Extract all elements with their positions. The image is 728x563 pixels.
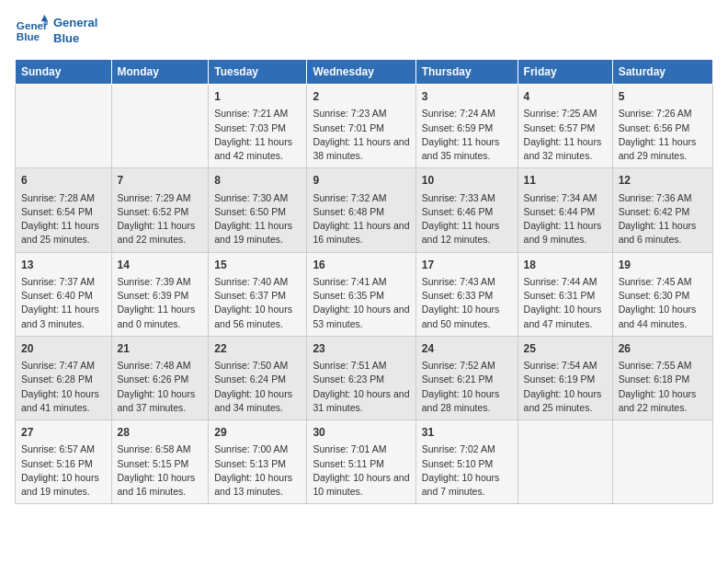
calendar-cell: 10Sunrise: 7:33 AMSunset: 6:46 PMDayligh…: [415, 168, 518, 252]
day-info: Daylight: 10 hours and 16 minutes.: [118, 471, 203, 499]
day-info: Daylight: 10 hours and 13 minutes.: [214, 471, 301, 499]
day-info: Sunset: 6:42 PM: [619, 205, 707, 219]
page-header: General Blue General Blue: [15, 15, 713, 48]
day-number: 27: [21, 425, 106, 441]
day-info: Sunrise: 7:40 AM: [214, 275, 301, 289]
day-number: 30: [313, 425, 409, 441]
calendar-cell: 16Sunrise: 7:41 AMSunset: 6:35 PMDayligh…: [307, 252, 415, 336]
day-info: Sunset: 6:44 PM: [524, 205, 607, 219]
day-info: Sunrise: 7:43 AM: [422, 275, 512, 289]
calendar-cell: 8Sunrise: 7:30 AMSunset: 6:50 PMDaylight…: [209, 168, 307, 252]
calendar-cell: 20Sunrise: 7:47 AMSunset: 6:28 PMDayligh…: [16, 336, 112, 419]
day-number: 25: [524, 341, 607, 357]
calendar-cell: 11Sunrise: 7:34 AMSunset: 6:44 PMDayligh…: [518, 168, 612, 252]
calendar-cell: 24Sunrise: 7:52 AMSunset: 6:21 PMDayligh…: [415, 336, 518, 419]
day-info: Sunset: 5:16 PM: [21, 457, 106, 471]
calendar-cell: 23Sunrise: 7:51 AMSunset: 6:23 PMDayligh…: [307, 336, 415, 419]
calendar-cell: 19Sunrise: 7:45 AMSunset: 6:30 PMDayligh…: [612, 252, 712, 336]
day-number: 17: [422, 258, 512, 273]
calendar-cell: 14Sunrise: 7:39 AMSunset: 6:39 PMDayligh…: [111, 252, 209, 336]
weekday-header-sunday: Sunday: [16, 60, 112, 85]
day-info: Daylight: 11 hours and 38 minutes.: [313, 135, 409, 163]
day-info: Sunrise: 7:24 AM: [422, 107, 512, 121]
day-number: 13: [21, 258, 106, 273]
calendar-cell: [111, 85, 209, 168]
day-info: Daylight: 10 hours and 19 minutes.: [21, 471, 106, 499]
day-info: Daylight: 10 hours and 28 minutes.: [422, 387, 512, 415]
day-info: Daylight: 11 hours and 3 minutes.: [21, 303, 106, 330]
calendar-cell: 5Sunrise: 7:26 AMSunset: 6:56 PMDaylight…: [612, 85, 712, 168]
day-number: 22: [214, 341, 301, 357]
day-info: Daylight: 11 hours and 16 minutes.: [313, 219, 409, 247]
day-info: Sunrise: 7:32 AM: [313, 191, 409, 205]
calendar-week-4: 20Sunrise: 7:47 AMSunset: 6:28 PMDayligh…: [16, 336, 713, 419]
calendar-cell: 13Sunrise: 7:37 AMSunset: 6:40 PMDayligh…: [16, 252, 112, 336]
calendar-cell: 21Sunrise: 7:48 AMSunset: 6:26 PMDayligh…: [111, 336, 209, 419]
day-info: Daylight: 10 hours and 31 minutes.: [313, 387, 409, 415]
day-number: 6: [21, 173, 106, 189]
day-info: Sunrise: 7:52 AM: [422, 359, 512, 373]
day-info: Sunrise: 7:51 AM: [313, 359, 409, 373]
day-info: Sunrise: 7:02 AM: [422, 442, 512, 456]
day-info: Sunrise: 7:34 AM: [524, 191, 607, 205]
weekday-header-thursday: Thursday: [415, 60, 518, 85]
logo-text: General Blue: [53, 16, 97, 47]
day-info: Daylight: 11 hours and 29 minutes.: [619, 135, 707, 163]
day-info: Daylight: 11 hours and 42 minutes.: [214, 135, 301, 163]
day-info: Sunrise: 7:37 AM: [21, 275, 106, 289]
calendar-week-1: 1Sunrise: 7:21 AMSunset: 7:03 PMDaylight…: [16, 85, 713, 168]
calendar-cell: 4Sunrise: 7:25 AMSunset: 6:57 PMDaylight…: [518, 85, 612, 168]
day-number: 26: [619, 341, 707, 357]
day-info: Sunrise: 7:01 AM: [313, 442, 409, 456]
day-info: Sunrise: 6:57 AM: [21, 442, 106, 456]
day-info: Sunset: 6:37 PM: [214, 289, 301, 303]
weekday-header-tuesday: Tuesday: [209, 60, 307, 85]
day-number: 9: [313, 173, 409, 189]
day-info: Sunrise: 6:58 AM: [118, 442, 203, 456]
calendar-cell: 22Sunrise: 7:50 AMSunset: 6:24 PMDayligh…: [209, 336, 307, 419]
day-info: Sunrise: 7:54 AM: [524, 359, 607, 373]
day-number: 29: [214, 425, 301, 441]
day-number: 14: [118, 258, 203, 273]
day-number: 3: [422, 89, 512, 105]
day-info: Daylight: 10 hours and 25 minutes.: [524, 387, 607, 415]
day-info: Daylight: 10 hours and 10 minutes.: [313, 471, 409, 499]
day-number: 20: [21, 341, 106, 357]
svg-text:Blue: Blue: [17, 30, 40, 42]
day-info: Sunset: 6:35 PM: [313, 289, 409, 303]
day-info: Sunset: 6:56 PM: [619, 121, 707, 135]
day-info: Sunset: 5:15 PM: [118, 457, 203, 471]
day-info: Sunset: 6:50 PM: [214, 205, 301, 219]
day-info: Sunrise: 7:28 AM: [21, 191, 106, 205]
day-info: Sunrise: 7:33 AM: [422, 191, 512, 205]
day-info: Sunrise: 7:47 AM: [21, 359, 106, 373]
day-number: 18: [524, 258, 607, 273]
day-info: Sunrise: 7:39 AM: [118, 275, 203, 289]
day-info: Daylight: 10 hours and 56 minutes.: [214, 303, 301, 330]
day-info: Sunset: 6:57 PM: [524, 121, 607, 135]
day-number: 28: [118, 425, 203, 441]
calendar-cell: 31Sunrise: 7:02 AMSunset: 5:10 PMDayligh…: [415, 420, 518, 504]
calendar-cell: 15Sunrise: 7:40 AMSunset: 6:37 PMDayligh…: [209, 252, 307, 336]
calendar-cell: [612, 420, 712, 504]
day-info: Sunrise: 7:23 AM: [313, 107, 409, 121]
day-number: 21: [118, 341, 203, 357]
day-info: Sunrise: 7:30 AM: [214, 191, 301, 205]
day-info: Sunrise: 7:48 AM: [118, 359, 203, 373]
calendar-cell: 26Sunrise: 7:55 AMSunset: 6:18 PMDayligh…: [612, 336, 712, 419]
day-info: Sunset: 6:28 PM: [21, 373, 106, 386]
day-number: 23: [313, 341, 409, 357]
day-info: Daylight: 10 hours and 41 minutes.: [21, 387, 106, 415]
day-info: Sunset: 6:31 PM: [524, 289, 607, 303]
day-number: 19: [619, 258, 707, 273]
weekday-header-saturday: Saturday: [612, 60, 712, 85]
day-info: Daylight: 11 hours and 12 minutes.: [422, 219, 512, 247]
day-info: Daylight: 10 hours and 7 minutes.: [422, 471, 512, 499]
day-info: Sunrise: 7:00 AM: [214, 442, 301, 456]
calendar-cell: 18Sunrise: 7:44 AMSunset: 6:31 PMDayligh…: [518, 252, 612, 336]
weekday-header-monday: Monday: [111, 60, 209, 85]
day-info: Sunrise: 7:25 AM: [524, 107, 607, 121]
calendar-cell: 27Sunrise: 6:57 AMSunset: 5:16 PMDayligh…: [16, 420, 112, 504]
day-info: Sunrise: 7:44 AM: [524, 275, 607, 289]
day-info: Sunset: 6:33 PM: [422, 289, 512, 303]
